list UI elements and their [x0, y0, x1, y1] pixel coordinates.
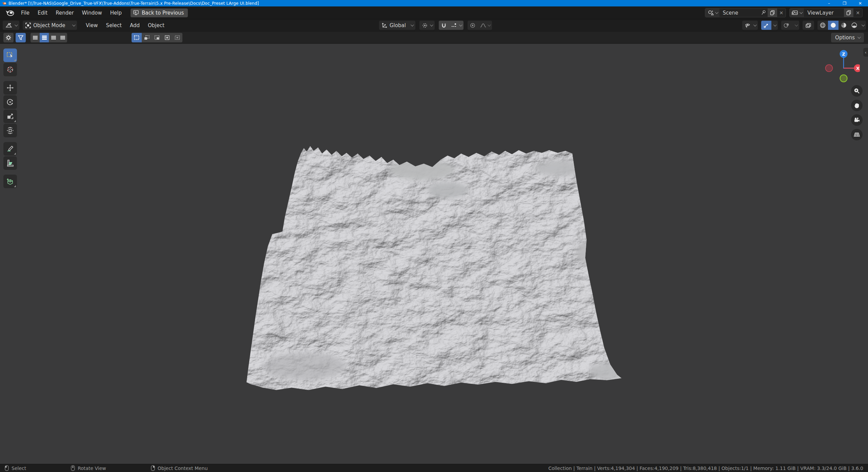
viewlayer-browse-button[interactable] — [790, 8, 804, 17]
scene-name[interactable]: Scene — [719, 10, 760, 16]
axis-x-label: X — [856, 66, 860, 71]
show-gizmos-toggle[interactable] — [761, 21, 771, 30]
shading-solid-button[interactable] — [828, 21, 839, 30]
blender-menu-logo-icon[interactable] — [5, 9, 15, 17]
tool-annotate[interactable] — [3, 142, 17, 156]
restore-button[interactable]: ❐ — [837, 0, 852, 6]
select-mode-group — [132, 33, 182, 42]
option-rows-2-button[interactable] — [40, 33, 49, 42]
minimize-button[interactable]: – — [821, 0, 837, 6]
menu-object[interactable]: Object — [144, 21, 169, 30]
menu-view[interactable]: View — [82, 21, 102, 30]
tool-scale[interactable] — [3, 110, 17, 123]
select-set-button[interactable] — [132, 33, 142, 42]
snap-toggle-button[interactable] — [439, 21, 449, 30]
back-to-previous-button[interactable]: Back to Previous — [131, 8, 188, 17]
select-invert-button[interactable] — [162, 33, 172, 42]
option-rows-1-button[interactable] — [31, 33, 40, 42]
tool-cursor[interactable] — [3, 63, 17, 76]
camera-view-button[interactable] — [851, 114, 863, 126]
menu-select[interactable]: Select — [102, 21, 126, 30]
scene-browse-button[interactable] — [705, 8, 719, 17]
option-rows-3-button[interactable] — [49, 33, 58, 42]
proportional-editing-toggle[interactable] — [468, 21, 478, 30]
menu-help[interactable]: Help — [106, 8, 126, 17]
select-subtract-icon — [154, 35, 160, 41]
menu-window[interactable]: Window — [78, 8, 106, 17]
tool-measure[interactable] — [3, 156, 17, 170]
axis-y-ball[interactable] — [840, 75, 847, 82]
pan-button[interactable] — [851, 100, 863, 111]
menu-file[interactable]: File — [17, 8, 34, 17]
object-visibility-icon — [744, 22, 752, 28]
view-axis-gizmo[interactable]: Z X — [823, 46, 860, 84]
add-cube-icon — [6, 177, 14, 185]
shading-material-button[interactable] — [839, 21, 849, 30]
hint-select-label: Select — [12, 466, 26, 471]
viewlayer-remove-button[interactable]: ✕ — [853, 10, 862, 16]
object-visibility-button[interactable] — [742, 21, 758, 30]
orthographic-toggle-button[interactable] — [851, 129, 863, 140]
viewlayer-name[interactable]: ViewLayer — [804, 10, 844, 16]
snap-magnet-icon — [441, 22, 447, 28]
tool-settings-gear-button[interactable] — [3, 33, 14, 42]
shading-dropdown[interactable] — [860, 21, 866, 30]
xray-toggle[interactable] — [803, 21, 814, 30]
menu-edit[interactable]: Edit — [34, 8, 52, 17]
filter-button[interactable] — [16, 33, 26, 42]
cursor-icon — [6, 65, 14, 74]
menu-add[interactable]: Add — [126, 21, 144, 30]
zoom-icon — [853, 87, 860, 94]
viewlayer-new-button[interactable] — [844, 8, 853, 17]
zoom-button[interactable] — [851, 85, 863, 97]
overlays-dropdown[interactable] — [793, 21, 799, 30]
proportional-editing-group — [468, 21, 492, 30]
shading-wireframe-button[interactable] — [817, 21, 828, 30]
viewport-3d[interactable]: Z X — [0, 44, 868, 464]
select-set-icon — [134, 35, 140, 41]
viewport-header: Object Mode View Select Add Object Globa… — [0, 19, 868, 31]
mode-dropdown[interactable]: Object Mode — [23, 21, 77, 30]
options-dropdown[interactable]: Options — [831, 33, 864, 42]
axis-neg-x-ball[interactable] — [826, 65, 833, 72]
scene-statistics: Collection | Terrain | Verts:4,194,304 |… — [548, 466, 863, 471]
gizmos-group — [761, 21, 778, 30]
pin-icon[interactable] — [761, 10, 766, 16]
tool-add-cube[interactable] — [3, 175, 17, 188]
shading-mode-group — [817, 21, 866, 30]
sidebar-collapse-arrow[interactable]: ‹ — [863, 48, 868, 57]
select-extend-button[interactable] — [142, 33, 152, 42]
close-button[interactable]: ✕ — [852, 0, 868, 6]
gizmos-dropdown[interactable] — [771, 21, 778, 30]
pivot-point-dropdown[interactable] — [419, 21, 435, 30]
tool-transform[interactable] — [3, 124, 17, 137]
option-rows-icon — [51, 35, 56, 40]
scene-unlink-button[interactable]: ✕ — [777, 10, 786, 16]
transform-orientation-dropdown[interactable]: Global — [379, 21, 415, 30]
hint-rotate-view: Rotate View — [71, 465, 106, 471]
scene-new-button[interactable] — [768, 8, 777, 17]
viewlayer-selector: ViewLayer ✕ — [789, 8, 863, 17]
new-copy-icon — [770, 10, 775, 16]
option-rows-icon — [60, 35, 65, 40]
tool-select-box[interactable] — [3, 48, 17, 62]
editor-type-button[interactable] — [3, 21, 19, 30]
viewlayer-icon — [792, 10, 798, 16]
shading-rendered-button[interactable] — [849, 21, 860, 30]
tool-rotate[interactable] — [3, 95, 17, 109]
global-axes-icon — [381, 22, 388, 28]
os-titlebar: Blender* [\\True-NAS\Google_Drive_True-V… — [0, 0, 868, 6]
select-intersect-button[interactable] — [172, 33, 182, 42]
snapping-group — [439, 21, 463, 30]
tool-settings-bar: Options — [0, 31, 868, 44]
move-icon — [6, 84, 14, 92]
menu-render[interactable]: Render — [52, 8, 78, 17]
show-overlays-toggle[interactable] — [781, 21, 793, 30]
tool-shelf — [3, 48, 17, 188]
measure-icon — [6, 159, 14, 167]
falloff-dropdown[interactable] — [478, 21, 492, 30]
select-subtract-button[interactable] — [152, 33, 162, 42]
tool-move[interactable] — [3, 81, 17, 95]
option-rows-4-button[interactable] — [58, 33, 67, 42]
snap-settings-dropdown[interactable] — [449, 21, 463, 30]
